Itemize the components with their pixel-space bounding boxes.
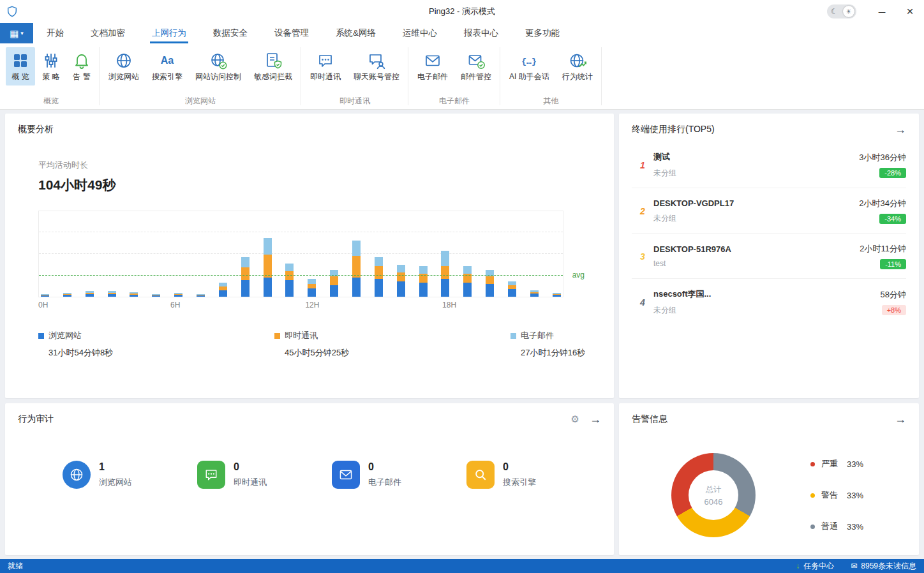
alert-level-percent: 33% (847, 459, 863, 469)
ribbon-item[interactable]: 电子邮件 (412, 47, 454, 86)
legend-color-swatch (38, 333, 44, 339)
app-window: { "titlebar": { "title": "Ping32 - 演示模式"… (0, 0, 924, 573)
ribbon-item-label: 告 警 (73, 71, 90, 82)
overview-icon (11, 52, 29, 70)
usage-duration: 2小时11分钟 (860, 243, 906, 255)
chart-bar (63, 293, 71, 297)
tab-8[interactable]: 报表中心 (451, 23, 512, 43)
ranking-row[interactable]: 3DESKTOP-51R976Atest2小时11分钟-11% (632, 234, 906, 279)
metric-value: 104小时49秒 (38, 176, 601, 194)
ribbon-item[interactable]: 聊天账号管控 (348, 47, 405, 86)
ribbon-item-label: 邮件管控 (461, 71, 491, 82)
ribbon-item[interactable]: 行为统计 (556, 47, 599, 86)
alert-legend-row: 严重33% (810, 458, 863, 470)
chart-bar (241, 257, 250, 297)
legend-item: 即时通讯45小时5分钟25秒 (274, 330, 349, 359)
audit-item[interactable]: 1浏览网站 (63, 461, 197, 489)
minimize-button[interactable]: ─ (868, 0, 896, 23)
audit-item[interactable]: 0即时通讯 (197, 461, 332, 489)
ranking-row[interactable]: 1测试未分组3小时36分钟-28% (632, 142, 906, 188)
envelope-icon: ✉ (851, 562, 857, 570)
ribbon-item[interactable]: Aa搜索引擎 (146, 47, 188, 86)
chart-tick: 18H (442, 301, 456, 309)
ribbon-item-label: 搜索引擎 (152, 71, 183, 82)
theme-toggle[interactable]: ☾ ☀ (827, 4, 856, 19)
tab-1[interactable]: 开始 (33, 23, 77, 43)
terminal-name: 测试 (653, 151, 859, 163)
tab-5[interactable]: 设备管理 (261, 23, 322, 43)
titlebar: Ping32 - 演示模式 ☾ ☀ ─ × (0, 0, 924, 23)
search-icon (466, 461, 495, 489)
tab-7[interactable]: 运维中心 (389, 23, 451, 43)
tab-2[interactable]: 文档加密 (77, 23, 138, 43)
chart-bar (108, 291, 116, 297)
chart-bar (486, 270, 494, 297)
app-menu-button[interactable]: ▦ ▾ (0, 23, 33, 43)
tab-3[interactable]: 上网行为 (138, 23, 200, 43)
ribbon-item[interactable]: 即时通讯 (304, 47, 346, 86)
chart-bar (397, 265, 405, 297)
legend-value: 45小时5分钟25秒 (285, 347, 349, 359)
audit-item[interactable]: 0搜索引擎 (466, 461, 601, 489)
alert-legend-row: 普通33% (810, 521, 863, 532)
alert-level-label: 警告 (821, 489, 838, 501)
arrow-right-icon[interactable]: → (895, 124, 906, 135)
alert-level-label: 普通 (821, 521, 838, 532)
alerts-panel: 告警信息 → 总计 6046 严重33%警告33%普通33% (619, 403, 919, 555)
grid-icon: ▦ (10, 29, 19, 38)
ribbon-item-label: 策 略 (42, 71, 59, 82)
unread-messages-button[interactable]: ✉ 8959条未读信息 (851, 561, 916, 572)
ribbon-item-label: 网站访问控制 (195, 71, 241, 82)
gear-icon[interactable]: ⚙ (571, 413, 579, 425)
close-button[interactable]: × (896, 0, 924, 23)
alerts-donut-chart: 总计 6046 (671, 453, 756, 537)
moon-icon: ☾ (829, 7, 838, 16)
terminal-name: DESKTOP-VGDPL17 (653, 198, 859, 208)
chart-bar (375, 257, 383, 297)
audit-count: 0 (368, 461, 401, 473)
terminal-group: 未分组 (653, 305, 881, 316)
ribbon-item[interactable]: 概 览 (6, 47, 35, 86)
ranking-row[interactable]: 2DESKTOP-VGDPL17未分组2小时34分钟-34% (632, 188, 906, 234)
ribbon-item[interactable]: 浏览网站 (103, 47, 145, 86)
doc-shield-icon (264, 52, 282, 70)
ribbon-item[interactable]: 策 略 (36, 47, 66, 86)
change-badge: +8% (882, 305, 906, 315)
alert-level-percent: 33% (847, 491, 863, 500)
ribbon-item[interactable]: 敏感词拦截 (248, 47, 298, 86)
tab-4[interactable]: 数据安全 (200, 23, 261, 43)
chart-bar (419, 266, 428, 297)
ribbon-group-name: 概览 (5, 94, 97, 109)
usage-duration: 58分钟 (881, 289, 906, 301)
tab-6[interactable]: 系统&网络 (322, 23, 389, 43)
alerts-title: 告警信息 (632, 413, 667, 425)
chart-bar (219, 283, 227, 297)
chart-bar (330, 270, 338, 297)
ribbon-item-label: 敏感词拦截 (254, 71, 292, 82)
ribbon-item[interactable]: 邮件管控 (455, 47, 497, 86)
ribbon-item[interactable]: 告 警 (67, 47, 96, 86)
chart-ticks: 0H6H12H18H (38, 301, 563, 311)
chart-bar (463, 266, 472, 297)
task-center-button[interactable]: ↓ 任务中心 (796, 561, 834, 572)
alert-level-percent: 33% (847, 522, 863, 532)
gridline (39, 253, 563, 254)
ribbon-item[interactable]: {…}AI 助手会话 (503, 47, 555, 86)
aa-icon: Aa (158, 52, 176, 70)
ranking-row[interactable]: 4nsecsoft李国...未分组58分钟+8% (632, 279, 906, 325)
usage-duration: 2小时34分钟 (859, 198, 906, 209)
ribbon-item[interactable]: 网站访问控制 (190, 47, 247, 86)
mail-icon (332, 461, 360, 489)
audit-item[interactable]: 0电子邮件 (332, 461, 466, 489)
sliders-icon (42, 52, 60, 70)
mail-icon (424, 52, 442, 70)
ribbon-item-label: 电子邮件 (417, 71, 448, 82)
rank-number: 1 (632, 160, 653, 170)
summary-title: 概要分析 (18, 124, 601, 135)
tab-9[interactable]: 更多功能 (512, 23, 573, 43)
arrow-right-icon[interactable]: → (590, 413, 601, 425)
download-icon: ↓ (796, 562, 800, 570)
chart-bar (530, 290, 539, 297)
arrow-right-icon[interactable]: → (895, 413, 906, 425)
ribbon-group: 电子邮件邮件管控电子邮件 (408, 43, 500, 109)
